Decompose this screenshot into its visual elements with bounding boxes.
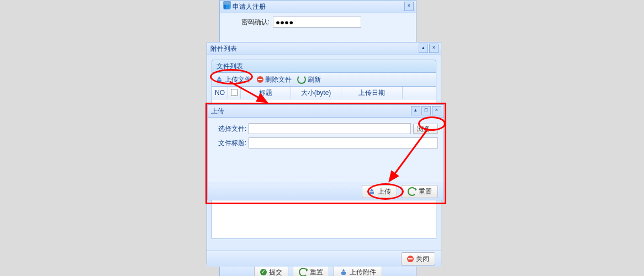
reset-icon xyxy=(299,268,308,276)
register-dialog-header: 申请人注册 × xyxy=(220,1,416,13)
reset-button[interactable]: 重置 xyxy=(402,185,438,198)
col-no[interactable]: NO xyxy=(212,87,228,99)
upload-bottom-bar: 上传 重置 xyxy=(208,183,444,200)
reset-button[interactable]: 重置 xyxy=(293,266,329,276)
refresh-icon xyxy=(297,75,306,84)
upload-dialog-header[interactable]: 上传 ▴ □ × xyxy=(208,105,444,118)
file-title-row: 文件标题: xyxy=(213,137,438,148)
upload-icon xyxy=(340,268,347,276)
check-icon xyxy=(260,269,267,275)
browse-button[interactable]: 浏览... xyxy=(413,124,438,134)
col-spacer xyxy=(403,87,436,99)
password-confirm-input[interactable] xyxy=(273,17,361,28)
upload-button[interactable]: 上传 xyxy=(362,185,397,198)
minus-icon xyxy=(257,76,263,83)
col-upload-date[interactable]: 上传日期 xyxy=(341,87,403,99)
upload-file-button[interactable]: 上传文件 xyxy=(215,75,251,84)
select-file-row: 选择文件: 浏览... xyxy=(213,123,438,134)
col-title[interactable]: 标题 xyxy=(241,87,291,99)
reset-icon xyxy=(408,187,416,196)
delete-file-button[interactable]: 删除文件 xyxy=(257,75,292,84)
people-icon xyxy=(223,1,231,9)
close-icon[interactable]: × xyxy=(432,106,441,115)
attachment-dialog-title: 附件列表 xyxy=(210,45,237,52)
close-icon[interactable]: × xyxy=(429,44,439,53)
file-title-input[interactable] xyxy=(249,137,438,148)
refresh-button[interactable]: 刷新 xyxy=(297,75,321,84)
upload-icon xyxy=(368,188,376,195)
attachment-bottom-bar: 关闭 xyxy=(207,251,441,267)
upload-dialog-title: 上传 xyxy=(211,107,224,115)
select-all-checkbox[interactable] xyxy=(231,89,238,96)
select-file-input[interactable] xyxy=(249,123,411,134)
file-title-label: 文件标题: xyxy=(213,139,246,148)
upload-dialog: 上传 ▴ □ × 选择文件: 浏览... 文件标题: 上传 重置 xyxy=(207,104,444,200)
register-dialog-title: 申请人注册 xyxy=(233,3,266,10)
attachment-dialog-header[interactable]: 附件列表 ▴ × xyxy=(207,43,441,55)
collapse-icon[interactable]: ▴ xyxy=(419,44,428,53)
file-list-header: 文件列表 xyxy=(212,60,436,73)
select-file-label: 选择文件: xyxy=(213,124,246,134)
password-confirm-label: 密码确认: xyxy=(225,18,270,27)
register-body: 密码确认: xyxy=(220,13,416,42)
close-icon[interactable]: × xyxy=(404,2,414,11)
collapse-icon[interactable]: ▴ xyxy=(411,106,420,115)
upload-icon xyxy=(215,76,223,83)
file-grid-header: NO 标题 大小(byte) 上传日期 xyxy=(212,87,436,99)
submit-button[interactable]: 提交 xyxy=(254,266,288,276)
close-circle-icon xyxy=(407,256,414,262)
file-list-toolbar: 上传文件 删除文件 刷新 xyxy=(212,73,436,87)
upload-attachment-button[interactable]: 上传附件 xyxy=(334,266,382,276)
close-button[interactable]: 关闭 xyxy=(401,252,435,266)
col-size[interactable]: 大小(byte) xyxy=(291,87,341,99)
upload-body: 选择文件: 浏览... 文件标题: xyxy=(208,118,444,154)
maximize-icon[interactable]: □ xyxy=(421,106,431,115)
col-checkbox[interactable] xyxy=(228,87,241,99)
